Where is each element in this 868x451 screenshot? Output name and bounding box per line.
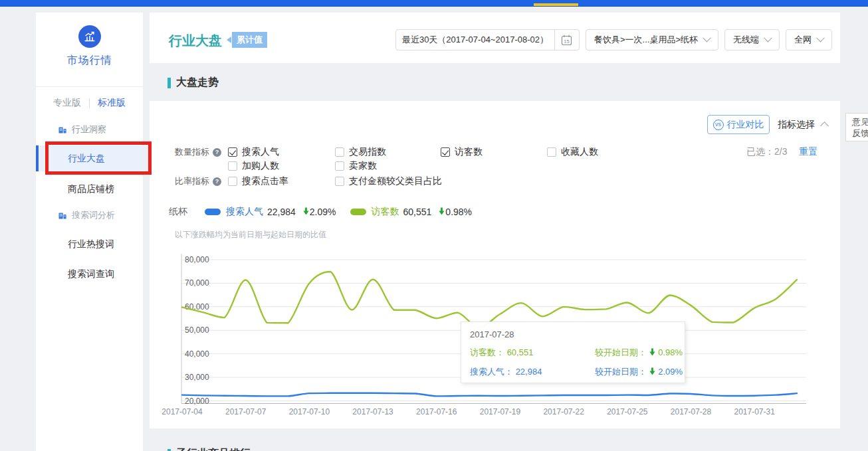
section-title: 大盘走势 <box>176 76 219 90</box>
calendar-icon[interactable]: 15 <box>554 30 579 50</box>
tooltip-row-right: 较开始日期： 0.98% <box>595 347 683 359</box>
legend-series-delta: 0.98% <box>445 207 472 217</box>
svg-text:50,000: 50,000 <box>185 325 209 335</box>
sidebar-group-industry-insight[interactable]: 行业洞察 <box>36 120 143 139</box>
tab-professional[interactable]: 专业版 <box>53 97 81 109</box>
sidebar-version-tabs: 专业版 标准版 <box>36 87 143 119</box>
help-icon[interactable]: ? <box>213 148 221 157</box>
section-header-subindustry-rank: 子行业商品排行 <box>167 447 251 451</box>
tooltip-series-label: 访客数： <box>470 347 504 357</box>
tooltip-series-value: 60,551 <box>507 347 534 357</box>
checkbox-label: 交易指数 <box>349 146 386 158</box>
legend-series-name[interactable]: 搜索人气 <box>226 206 263 218</box>
svg-text:2017-07-25: 2017-07-25 <box>607 407 648 416</box>
sidebar-item-product-shop-rank[interactable]: 商品店铺榜 <box>36 176 143 202</box>
svg-text:2017-07-04: 2017-07-04 <box>162 407 203 416</box>
tooltip-series-label: 搜索人气： <box>470 367 513 377</box>
metric-select-label: 指标选择 <box>778 119 815 131</box>
legend-series-delta: 2.09% <box>310 207 336 217</box>
checkbox-label: 访客数 <box>455 146 483 158</box>
channel-dropdown[interactable]: 全网 <box>786 29 832 50</box>
checkbox-add-cart-count[interactable] <box>228 161 237 171</box>
terminal-value: 无线端 <box>733 34 759 46</box>
checkbox-seller-count[interactable] <box>335 161 344 171</box>
metric-row: 比率指标 ? 搜索点击率 支付金额较父类目占比 <box>175 173 598 189</box>
tooltip-compare-label: 较开始日期： <box>595 367 647 377</box>
feedback-widget[interactable]: 意见 反馈 <box>845 113 868 141</box>
checkbox-transaction-index[interactable] <box>335 147 344 157</box>
tab-standard[interactable]: 标准版 <box>98 97 126 109</box>
checkbox-cell: 搜索人气 <box>228 146 335 158</box>
tooltip-date: 2017-07-28 <box>470 329 677 339</box>
checkbox-cell: 加购人数 <box>228 160 335 172</box>
active-tab-indicator <box>534 3 578 6</box>
sidebar-item-industry-hot-search[interactable]: 行业热搜词 <box>36 231 143 257</box>
tooltip-row: 搜索人气： 22,984 较开始日期： 2.09% <box>470 366 677 378</box>
svg-text:80,000: 80,000 <box>185 255 209 264</box>
tooltip-row-left: 访客数： 60,551 <box>470 347 595 359</box>
chart-note: 以下涨跌幅均为当前日期与起始日期的比值 <box>175 229 326 240</box>
tooltip-row-right: 较开始日期： 2.09% <box>595 366 683 378</box>
sidebar-group-label: 搜索词分析 <box>72 209 115 221</box>
terminal-dropdown[interactable]: 无线端 <box>724 29 780 50</box>
checkbox-label: 支付金额较父类目占比 <box>349 175 442 187</box>
svg-text:40,000: 40,000 <box>185 349 209 359</box>
building-icon <box>58 125 67 134</box>
sidebar-item-industry-market[interactable]: 行业大盘 <box>36 145 143 171</box>
category-dropdown[interactable]: 餐饮具>一次...桌用品>纸杯 <box>586 29 718 50</box>
chart-tooltip: 2017-07-28 访客数： 60,551 较开始日期： 0.98% 搜索人气… <box>461 321 685 383</box>
tooltip-row-left: 搜索人气： 22,984 <box>470 366 595 378</box>
svg-text:2017-07-31: 2017-07-31 <box>734 407 776 416</box>
tab-separator <box>89 98 90 108</box>
metric-row: 数量指标 ? 搜索人气 交易指数 访客数 收藏人数 <box>175 144 598 160</box>
svg-text:2017-07-07: 2017-07-07 <box>225 407 267 416</box>
sidebar-group-search-word-analysis[interactable]: 搜索词分析 <box>36 206 143 225</box>
section-title: 子行业商品排行 <box>176 447 251 451</box>
down-arrow-icon <box>303 207 309 217</box>
metric-checkbox-area: 数量指标 ? 搜索人气 交易指数 访客数 收藏人数 <box>175 144 598 189</box>
svg-text:15: 15 <box>564 39 570 45</box>
tooltip-delta: 0.98% <box>658 347 683 357</box>
section-accent-bar <box>167 78 171 88</box>
checkbox-search-click-rate[interactable] <box>228 177 237 186</box>
checkbox-cell: 支付金额较父类目占比 <box>335 175 442 187</box>
reset-link[interactable]: 重置 <box>799 146 817 157</box>
vs-icon: vs <box>713 120 724 130</box>
chevron-up-icon <box>820 122 829 130</box>
page-title: 行业大盘 <box>169 32 222 50</box>
legend-series-value: 60,551 <box>403 207 432 217</box>
svg-text:70,000: 70,000 <box>185 278 209 288</box>
legend-marker-search <box>205 209 221 215</box>
svg-text:2017-07-10: 2017-07-10 <box>289 407 330 416</box>
date-range-picker[interactable]: 最近30天（2017-07-04~2017-08-02） 15 <box>395 29 580 50</box>
down-arrow-icon <box>649 348 655 358</box>
sidebar-item-label: 商品店铺榜 <box>68 183 114 195</box>
svg-text:2017-07-28: 2017-07-28 <box>671 407 712 416</box>
checkbox-search-popularity[interactable] <box>228 147 237 157</box>
tooltip-series-value: 22,984 <box>516 367 542 377</box>
market-trend-logo-icon <box>78 25 101 48</box>
sidebar-item-label: 行业热搜词 <box>68 238 114 250</box>
down-arrow-icon <box>649 367 655 377</box>
legend-marker-visitor <box>350 209 366 215</box>
checkbox-visitor-count[interactable] <box>441 147 450 157</box>
legend-series-name[interactable]: 访客数 <box>372 206 399 218</box>
checkbox-label: 收藏人数 <box>561 146 598 158</box>
help-icon[interactable]: ? <box>213 177 221 186</box>
cumulative-value-badge: 累计值 <box>232 32 267 48</box>
chart-legend: 纸杯 搜索人气 22,984 2.09% 访客数 60,551 0.98% <box>169 206 472 218</box>
metric-select-toggle[interactable]: 指标选择 <box>778 119 827 131</box>
section-header-market-trend: 大盘走势 <box>167 76 219 90</box>
sidebar-item-search-word-query[interactable]: 搜索词查询 <box>36 261 143 287</box>
feedback-line2: 反馈 <box>852 128 868 139</box>
checkbox-favorite-count[interactable] <box>547 147 556 157</box>
tooltip-row: 访客数： 60,551 较开始日期： 0.98% <box>470 347 677 359</box>
checkbox-payment-ratio[interactable] <box>335 177 344 186</box>
legend-category: 纸杯 <box>169 206 187 218</box>
sidebar-item-label: 搜索词查询 <box>68 268 114 280</box>
legend-series-value: 22,984 <box>267 207 296 217</box>
metric-row: 加购人数 卖家数 <box>175 158 598 174</box>
svg-text:60,000: 60,000 <box>185 302 209 312</box>
industry-compare-button[interactable]: vs 行业对比 <box>707 115 770 134</box>
checkbox-cell: 搜索点击率 <box>228 175 335 187</box>
